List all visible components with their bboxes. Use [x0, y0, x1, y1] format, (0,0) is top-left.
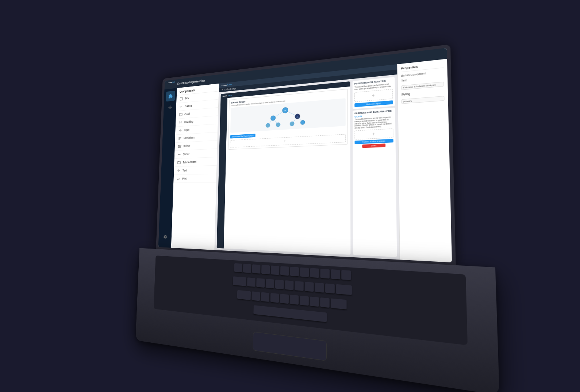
key [295, 281, 304, 291]
spacebar-key [253, 305, 327, 322]
styling-property-select[interactable]: primary [401, 96, 444, 104]
component-label-slider: Slider [183, 152, 189, 156]
svg-point-9 [266, 123, 270, 127]
delete-button[interactable]: Delete [362, 143, 385, 148]
canvas-area: causaLens 🖥 Default page [215, 64, 399, 260]
card-icon [178, 112, 183, 117]
markdown-icon [178, 136, 182, 141]
fairness-card: FAIRNESS AND BIAS ANALYSIS GOOD The mode… [352, 107, 397, 257]
key [270, 265, 279, 275]
tabbedcard-icon [177, 160, 181, 165]
fairness-desc: The model predictions are fair with resp… [354, 116, 393, 130]
key [290, 267, 299, 277]
component-label-tabbedcard: TabbedCard [183, 160, 196, 164]
key [300, 267, 309, 277]
key [299, 296, 308, 306]
add-component-box-fairness[interactable]: + [354, 128, 393, 140]
component-item-text[interactable]: Text [174, 165, 217, 175]
svg-rect-1 [179, 113, 182, 116]
key [256, 278, 265, 288]
svg-text:CG: CG [284, 110, 286, 112]
key [243, 264, 251, 273]
key [341, 270, 350, 280]
button-icon [179, 104, 183, 109]
component-label-plot: Plot [182, 177, 187, 180]
right-column: PERFORMANCE ANALYSIS The model has good … [352, 77, 397, 257]
canvas-content: causaLens [215, 74, 399, 260]
key [280, 294, 288, 304]
causal-graph-card: Causal Graph The graph below shows the c… [228, 89, 348, 150]
component-label-text: Text [182, 169, 187, 172]
key [304, 282, 314, 292]
svg-text:N1: N1 [272, 118, 274, 119]
svg-point-11 [290, 122, 294, 126]
key [234, 263, 242, 272]
key [270, 293, 279, 303]
key [233, 276, 246, 286]
plot-icon [176, 176, 180, 181]
component-label-heading: Heading [184, 120, 193, 124]
key [310, 268, 319, 278]
canvas-logo: causaLens [222, 83, 232, 86]
laptop-base [135, 248, 499, 392]
sidebar-icon-move[interactable] [165, 102, 174, 112]
component-label-select: Select [183, 144, 190, 148]
dashboard-preview: causaLens [216, 81, 350, 255]
svg-text:N2: N2 [297, 117, 298, 118]
key [285, 280, 293, 290]
sidebar-icon-puzzle[interactable] [166, 91, 175, 101]
svg-rect-4 [177, 161, 180, 164]
key [237, 290, 250, 300]
key [320, 269, 329, 278]
key [280, 266, 289, 276]
dash-body: Causal Graph The graph below shows the c… [216, 86, 350, 255]
key [336, 284, 352, 295]
svg-rect-2 [178, 145, 181, 146]
page-tab-label: Default page [224, 87, 236, 91]
text-property-input[interactable] [401, 81, 444, 90]
sidebar-icon-settings[interactable] [160, 231, 170, 242]
key [330, 298, 346, 309]
text-icon [177, 168, 181, 173]
styling-property-label: Styling [401, 89, 444, 96]
keyboard-area [153, 255, 467, 345]
key [265, 279, 274, 288]
component-label-card: Card [184, 112, 190, 116]
key [247, 277, 256, 287]
slider-icon [177, 152, 181, 157]
key [261, 292, 269, 302]
key [320, 297, 329, 308]
app-logo: causaLens [168, 81, 175, 84]
box-icon [179, 96, 183, 101]
understand-causal-graph-button[interactable]: Understand the Causal Graph [230, 134, 256, 138]
heading-icon: H [178, 120, 182, 125]
trackpad [253, 332, 326, 361]
key [275, 280, 284, 289]
key [315, 283, 324, 293]
svg-line-13 [273, 110, 285, 118]
svg-rect-0 [180, 97, 183, 100]
component-label-markdown: Markdown [183, 136, 195, 140]
app-title: DashboardingExtension [177, 79, 205, 85]
component-label-button: Button [184, 104, 192, 108]
add-component-box-perf[interactable]: + [354, 89, 393, 102]
key [289, 295, 298, 304]
select-icon [177, 144, 181, 149]
component-label-input: Input [184, 128, 189, 132]
key [251, 291, 260, 301]
components-panel: Components Box [171, 83, 219, 250]
performance-card: PERFORMANCE ANALYSIS The model has good … [352, 77, 395, 109]
key [330, 269, 340, 280]
key [261, 265, 269, 274]
svg-rect-3 [178, 146, 181, 147]
component-item-plot[interactable]: Plot [173, 174, 216, 183]
properties-panel: Properties Button Component Text Styling… [397, 59, 452, 262]
key [325, 283, 335, 293]
component-item-tabbedcard[interactable]: TabbedCard [174, 157, 217, 166]
dash-main-content: Causal Graph The graph below shows the c… [223, 86, 350, 255]
component-label-box: Box [185, 96, 189, 100]
fairness-balance-button[interactable]: Fairness & balance analysis [354, 139, 393, 144]
input-icon [178, 128, 182, 132]
key [252, 264, 260, 274]
key [310, 296, 319, 307]
